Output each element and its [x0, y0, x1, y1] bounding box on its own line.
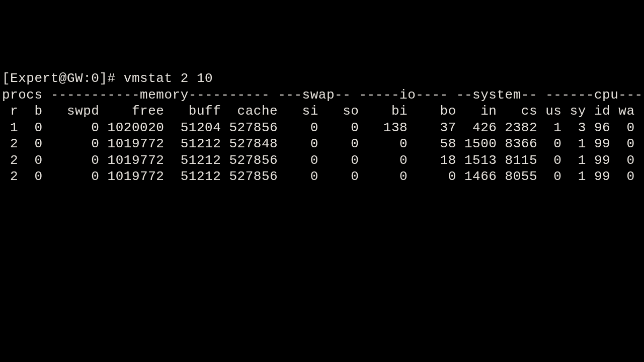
vmstat-column-header: r b swpd free buff cache si so bi bo in … — [2, 104, 644, 119]
vmstat-row: 2 0 0 1019772 51212 527856 0 0 0 0 1466 … — [2, 169, 644, 184]
command-text: vmstat 2 10 — [124, 71, 213, 86]
terminal-area[interactable]: [Expert@GW:0]# vmstat 2 10 procs -------… — [2, 70, 644, 185]
prompt: [Expert@GW:0]# — [2, 71, 124, 86]
vmstat-row: 2 0 0 1019772 51212 527848 0 0 0 58 1500… — [2, 136, 644, 151]
vmstat-row: 1 0 0 1020020 51204 527856 0 0 138 37 42… — [2, 120, 644, 135]
vmstat-row: 2 0 0 1019772 51212 527856 0 0 0 18 1513… — [2, 153, 644, 168]
vmstat-group-header: procs -----------memory---------- ---swa… — [2, 87, 644, 103]
